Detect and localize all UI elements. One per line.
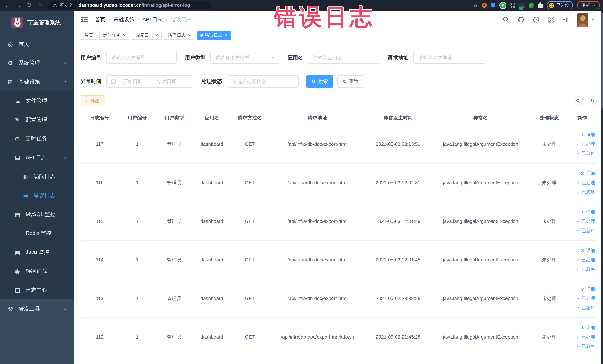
processed-link[interactable]: ✓已处理 xyxy=(577,141,595,147)
back-icon[interactable]: ← xyxy=(3,0,13,11)
process-status-select[interactable]: ∨ xyxy=(227,75,299,88)
bookmark-star-icon[interactable]: ☆ xyxy=(473,2,478,9)
toggle-search-button[interactable] xyxy=(574,96,583,105)
sidebar-item-dashboard[interactable]: ◎首页 xyxy=(0,35,74,54)
collapse-sidebar-icon[interactable] xyxy=(81,16,88,23)
chevron-down-icon: ∨ xyxy=(64,61,67,65)
paused-profile-chip[interactable]: 已暂停 xyxy=(547,1,573,10)
cell-user-id: 1 xyxy=(119,257,156,263)
ignored-link[interactable]: ✓已忽略 xyxy=(577,227,595,234)
sidebar-item-file[interactable]: ☁文件管理 xyxy=(0,91,74,110)
user-type-select[interactable]: ∨ xyxy=(210,52,279,64)
forward-icon[interactable]: → xyxy=(14,0,23,11)
sidebar-item-trace[interactable]: ◉链路追踪 xyxy=(0,262,74,281)
sidebar-logo-row[interactable]: 芋道管理系统 xyxy=(0,11,74,35)
sidebar-item-error-log[interactable]: ▤错误日志 xyxy=(0,186,74,205)
export-button-label: 导出 xyxy=(90,98,100,104)
page-tab[interactable]: 访问日志× xyxy=(164,31,194,40)
detail-link[interactable]: 详细 xyxy=(580,325,595,331)
download-icon: ↓ xyxy=(86,98,88,103)
cell-user-type: 管理员 xyxy=(156,141,193,147)
extension-orange-icon[interactable] xyxy=(482,3,487,8)
extension-shield-icon[interactable] xyxy=(491,3,495,8)
request-url-input[interactable] xyxy=(418,55,481,61)
page-tab[interactable]: 首页 xyxy=(81,31,97,40)
browser-menu-icon[interactable]: ⋮ xyxy=(592,2,597,8)
reset-button[interactable]: ↻ 重置 xyxy=(337,75,364,88)
ignored-link[interactable]: ✓已忽略 xyxy=(577,150,595,156)
extension-leaf-icon[interactable] xyxy=(529,3,534,8)
fullscreen-icon[interactable] xyxy=(548,16,555,23)
address-bar[interactable]: ⚠ 不安全 dashboard.yudao.iocoder.cn/infra/l… xyxy=(48,1,211,9)
date-range-picker[interactable]: - xyxy=(106,75,193,88)
processed-link[interactable]: ✓已处理 xyxy=(577,257,595,263)
ignored-link[interactable]: ✓已忽略 xyxy=(577,343,595,349)
filter-app-name: 应用名 xyxy=(288,52,380,64)
process-status-select-input[interactable] xyxy=(232,78,289,84)
close-icon[interactable]: × xyxy=(188,33,191,38)
page-scrollbar[interactable] xyxy=(601,11,603,364)
sidebar-item-api-log[interactable]: ▤API 日志∧ xyxy=(0,148,74,167)
processed-link[interactable]: ✓已处理 xyxy=(577,218,595,224)
sidebar-item-config[interactable]: ✎配置管理 xyxy=(0,110,74,129)
update-label: 更新 xyxy=(581,2,590,8)
detail-link[interactable]: 详细 xyxy=(580,209,595,215)
search-button[interactable]: 搜索 xyxy=(306,75,334,88)
user-id-input[interactable] xyxy=(111,55,172,61)
end-date-input[interactable] xyxy=(152,78,181,84)
processed-link[interactable]: ✓已处理 xyxy=(577,295,595,301)
eye-icon xyxy=(580,133,585,137)
extension-dark-on-icon[interactable]: on xyxy=(519,3,525,8)
refresh-table-button[interactable]: ↻ xyxy=(588,96,597,105)
sidebar-item-label: 日志中心 xyxy=(26,286,47,294)
user-type-select-input[interactable] xyxy=(215,55,269,61)
home-icon[interactable]: ⌂ xyxy=(35,0,45,11)
processed-link[interactable]: ✓已处理 xyxy=(577,180,595,186)
search-icon[interactable] xyxy=(503,16,509,23)
breadcrumb-item[interactable]: 首页 xyxy=(95,16,105,23)
update-browser-button[interactable]: 更新 ⋮ xyxy=(577,1,600,10)
ignored-link[interactable]: ✓已忽略 xyxy=(577,266,595,272)
page-tab[interactable]: 调度日志× xyxy=(132,31,162,40)
sidebar-item-log-center[interactable]: ▤日志中心 xyxy=(0,281,74,299)
breadcrumb-item[interactable]: 基础设施 xyxy=(114,16,134,23)
detail-link[interactable]: 详细 xyxy=(580,132,595,138)
page-tab[interactable]: 定时任务× xyxy=(99,31,129,40)
sidebar-item-label: 系统管理 xyxy=(19,59,40,67)
start-date-input[interactable] xyxy=(118,78,147,84)
sidebar-item-redis[interactable]: ≣Redis 监控 xyxy=(0,224,74,243)
font-size-icon[interactable]: +T xyxy=(563,16,569,23)
scrollbar-thumb[interactable] xyxy=(601,12,603,109)
sidebar-item-timer[interactable]: ◷定时任务 xyxy=(0,129,74,148)
user-menu[interactable] xyxy=(577,13,595,27)
sidebar-item-devtools[interactable]: ⚒研发工具∨ xyxy=(0,299,74,318)
reload-icon[interactable]: ↻ xyxy=(24,0,34,11)
page-tab[interactable]: 错误日志× xyxy=(197,31,231,40)
detail-link[interactable]: 详细 xyxy=(580,286,595,292)
sidebar-item-gear[interactable]: ⚙系统管理∨ xyxy=(0,54,74,72)
ignored-link[interactable]: ✓已忽略 xyxy=(577,305,595,311)
breadcrumb-item[interactable]: API 日志 xyxy=(142,16,163,23)
export-button[interactable]: ↓ 导出 xyxy=(81,95,105,106)
close-icon[interactable]: × xyxy=(123,33,126,38)
processed-link[interactable]: ✓已处理 xyxy=(577,334,595,340)
ignored-link[interactable]: ✓已忽略 xyxy=(577,189,595,195)
cell-app-name: dashboard xyxy=(193,295,231,301)
puzzle-extensions-icon[interactable] xyxy=(538,4,543,8)
table-row: 1151管理员dashboardGET/api/infra/db-doc/exp… xyxy=(81,202,597,241)
sidebar-item-infrastructure[interactable]: ⊞基础设施∧ xyxy=(0,72,74,91)
close-icon[interactable]: × xyxy=(155,33,158,38)
table-body: 1171管理员dashboardGET/api/infra/db-doc/exp… xyxy=(81,125,597,356)
app-name-input[interactable] xyxy=(313,55,375,61)
sidebar-item-access-log[interactable]: ▥访问日志 xyxy=(0,167,74,186)
close-icon[interactable]: × xyxy=(225,33,228,38)
detail-link[interactable]: 详细 xyxy=(580,247,595,254)
detail-link[interactable]: 详细 xyxy=(580,170,595,176)
sidebar-item-java[interactable]: ▣Java 监控 xyxy=(0,243,74,262)
extension-green-y-icon[interactable]: y xyxy=(499,2,506,9)
help-icon[interactable]: ? xyxy=(533,16,540,23)
sidebar-item-mysql[interactable]: ▦MySQL 监控 xyxy=(0,205,74,224)
github-icon[interactable] xyxy=(518,16,524,23)
eye-icon xyxy=(580,249,585,252)
extension-grid-icon[interactable] xyxy=(510,3,515,8)
